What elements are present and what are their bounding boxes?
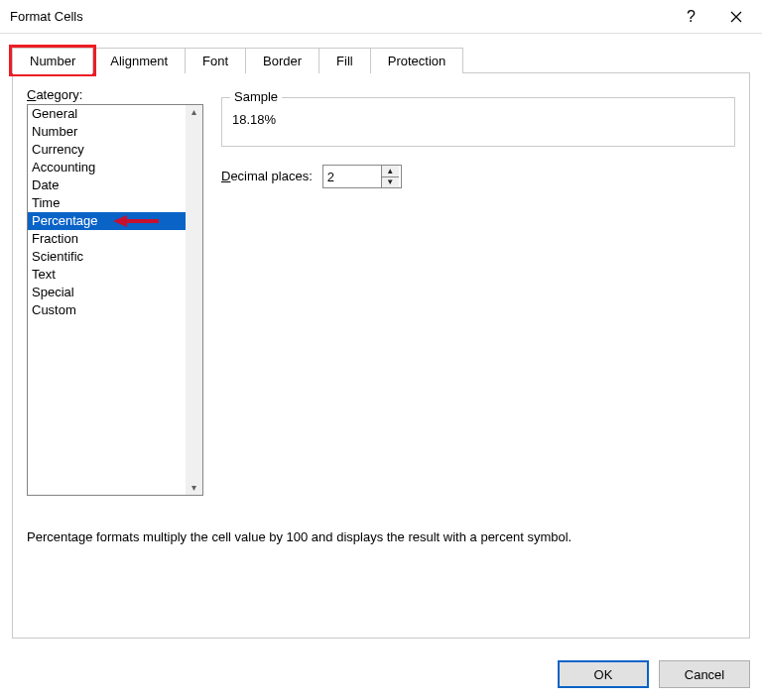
annotation-arrow-icon xyxy=(113,214,159,228)
spinner-buttons: ▲ ▼ xyxy=(381,166,399,187)
category-label-accelerator: C xyxy=(27,87,36,102)
close-button[interactable] xyxy=(713,2,758,32)
tab-label: Protection xyxy=(388,54,446,68)
dialog-buttons: OK Cancel xyxy=(0,650,762,700)
list-item[interactable]: Custom xyxy=(28,301,186,319)
scroll-up-icon[interactable]: ▴ xyxy=(190,107,199,117)
list-item[interactable]: Time xyxy=(28,194,186,212)
list-item[interactable]: Currency xyxy=(28,141,186,159)
dialog-title: Format Cells xyxy=(10,9,669,24)
sample-box: Sample 18.18% xyxy=(221,97,735,147)
tab-alignment[interactable]: Alignment xyxy=(92,48,186,73)
tab-number[interactable]: Number xyxy=(12,48,93,73)
decimal-label-accelerator: D xyxy=(221,169,230,183)
panel-top: Category: GeneralNumberCurrencyAccountin… xyxy=(27,87,735,496)
tab-label: Font xyxy=(202,54,228,68)
tab-label: Number xyxy=(30,54,75,68)
spin-up-button[interactable]: ▲ xyxy=(382,166,399,177)
category-label-text: ategory: xyxy=(36,87,82,102)
tab-fill[interactable]: Fill xyxy=(318,48,371,73)
tab-border[interactable]: Border xyxy=(245,48,319,73)
ok-button[interactable]: OK xyxy=(558,660,649,688)
tab-label: Fill xyxy=(336,54,353,68)
cancel-button[interactable]: Cancel xyxy=(659,660,750,688)
titlebar: Format Cells ? xyxy=(0,0,762,34)
tab-font[interactable]: Font xyxy=(185,48,246,73)
svg-marker-1 xyxy=(113,215,127,227)
tab-label: Alignment xyxy=(110,54,168,68)
category-list-items: GeneralNumberCurrencyAccountingDateTimeP… xyxy=(28,105,186,495)
list-item[interactable]: Fraction xyxy=(28,230,186,248)
tabpanel-number: Category: GeneralNumberCurrencyAccountin… xyxy=(12,72,750,639)
tab-label: Border xyxy=(263,54,302,68)
settings-column: Sample 18.18% Decimal places: ▲ ▼ xyxy=(221,87,735,496)
decimal-label-text: ecimal places: xyxy=(230,169,312,183)
list-item[interactable]: Percentage xyxy=(28,212,186,230)
list-item[interactable]: Date xyxy=(28,176,186,194)
decimal-places-spinner: ▲ ▼ xyxy=(322,165,402,188)
format-description: Percentage formats multiply the cell val… xyxy=(27,529,735,544)
help-button[interactable]: ? xyxy=(669,2,713,32)
decimal-places-input[interactable] xyxy=(323,166,381,187)
scrollbar[interactable]: ▴ ▾ xyxy=(186,105,202,495)
tab-protection[interactable]: Protection xyxy=(370,48,464,73)
close-icon xyxy=(730,11,742,23)
decimal-places-row: Decimal places: ▲ ▼ xyxy=(221,165,735,188)
category-column: Category: GeneralNumberCurrencyAccountin… xyxy=(27,87,203,496)
list-item[interactable]: Text xyxy=(28,266,186,284)
list-item[interactable]: Number xyxy=(28,123,186,141)
list-item[interactable]: Special xyxy=(28,284,186,301)
format-cells-dialog: Format Cells ? Number Alignment Font Bor… xyxy=(0,0,762,700)
category-label: Category: xyxy=(27,87,203,102)
list-item[interactable]: Accounting xyxy=(28,159,186,176)
list-item[interactable]: General xyxy=(28,105,186,123)
tabs: Number Alignment Font Border Fill Protec… xyxy=(12,48,750,73)
category-listbox[interactable]: GeneralNumberCurrencyAccountingDateTimeP… xyxy=(27,104,203,496)
dialog-body: Number Alignment Font Border Fill Protec… xyxy=(0,34,762,650)
list-item[interactable]: Scientific xyxy=(28,248,186,266)
spin-down-button[interactable]: ▼ xyxy=(382,177,399,188)
decimal-places-label: Decimal places: xyxy=(221,169,313,183)
sample-label: Sample xyxy=(230,89,282,104)
scroll-down-icon[interactable]: ▾ xyxy=(190,483,199,493)
sample-value: 18.18% xyxy=(232,112,724,127)
